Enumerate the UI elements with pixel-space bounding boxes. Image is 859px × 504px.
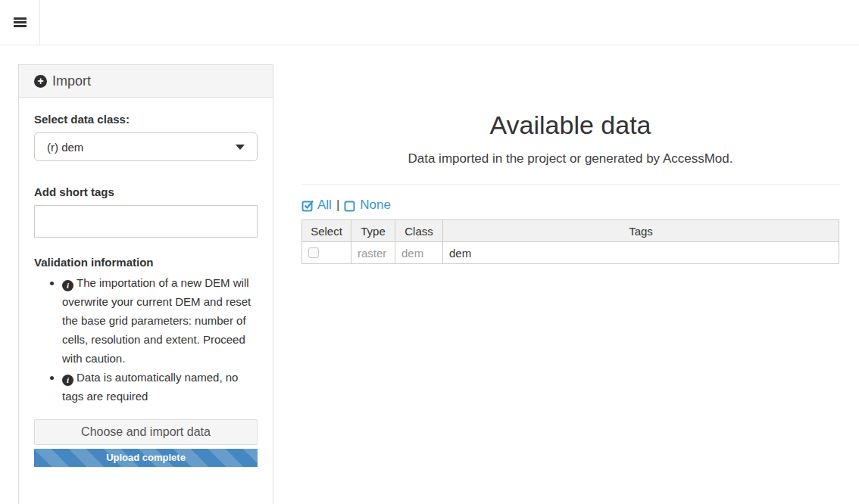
page-title: Available data	[301, 110, 839, 140]
table-row: raster dem dem	[302, 242, 839, 264]
validation-info-text: The importation of a new DEM will overwr…	[62, 276, 251, 365]
main-content: Available data Data imported in the proj…	[301, 45, 839, 264]
validation-info-text: Data is automatically named, no tags are…	[62, 371, 238, 403]
check-square-icon	[301, 199, 314, 212]
table-header-row: Select Type Class Tags	[302, 220, 839, 242]
row-select-cell	[302, 242, 351, 264]
info-icon: i	[62, 375, 73, 386]
empty-square-icon	[344, 199, 357, 212]
import-panel-header[interactable]: + Import	[19, 65, 273, 98]
selection-controls: All | None	[301, 198, 839, 213]
separator: |	[336, 198, 339, 213]
row-type-cell: raster	[351, 242, 395, 264]
page: + Import Select data class: (r) dem Add …	[0, 0, 859, 504]
select-none-label: None	[360, 198, 391, 213]
import-panel-body: Select data class: (r) dem Add short tag…	[19, 98, 273, 482]
header-class[interactable]: Class	[395, 220, 443, 242]
header-type[interactable]: Type	[351, 220, 395, 242]
info-icon: i	[62, 280, 73, 291]
top-navbar	[0, 0, 859, 45]
validation-info-label: Validation information	[34, 256, 258, 269]
page-subtitle: Data imported in the project or generate…	[301, 151, 839, 166]
data-class-selected-value: (r) dem	[47, 141, 83, 154]
select-all-link[interactable]: All	[301, 198, 332, 213]
row-class-cell: dem	[395, 242, 443, 264]
import-panel-title: Import	[52, 73, 91, 89]
header-tags[interactable]: Tags	[443, 220, 839, 242]
chevron-down-icon	[236, 145, 245, 150]
data-class-select[interactable]: (r) dem	[34, 132, 258, 161]
upload-progress-bar: Upload complete	[34, 449, 258, 467]
row-checkbox[interactable]	[308, 247, 319, 258]
validation-info-item: iThe importation of a new DEM will overw…	[62, 273, 258, 368]
tags-input[interactable]	[34, 205, 258, 238]
upload-status-text: Upload complete	[106, 452, 186, 463]
plus-circle-icon: +	[34, 75, 47, 88]
select-none-link[interactable]: None	[344, 198, 391, 213]
validation-info-list: iThe importation of a new DEM will overw…	[34, 273, 258, 406]
row-tags-cell: dem	[443, 242, 839, 264]
divider	[301, 184, 839, 185]
available-data-table: Select Type Class Tags raster dem dem	[301, 219, 839, 264]
select-all-label: All	[317, 198, 332, 213]
sidebar-toggle-button[interactable]	[0, 0, 40, 45]
header-select[interactable]: Select	[302, 220, 351, 242]
import-panel: + Import Select data class: (r) dem Add …	[18, 64, 273, 504]
validation-info-item: iData is automatically named, no tags ar…	[62, 368, 258, 406]
choose-import-data-label: Choose and import data	[81, 425, 211, 439]
tags-label: Add short tags	[34, 185, 258, 198]
choose-import-data-button[interactable]: Choose and import data	[34, 419, 258, 445]
data-class-label: Select data class:	[34, 113, 258, 126]
hamburger-icon	[14, 16, 27, 29]
